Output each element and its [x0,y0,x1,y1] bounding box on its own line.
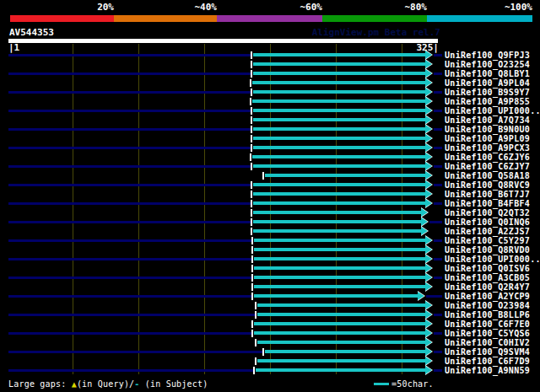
alignment-bar[interactable] [253,118,425,121]
alignment-bar[interactable] [253,183,425,186]
alignment-start-tick [251,228,252,235]
hit-label[interactable]: UniRef100_A9P855 [445,97,530,106]
alignment-bar[interactable] [257,359,425,362]
alignment-start-tick [250,153,251,161]
alignment-start-tick [255,311,256,319]
alignment-bar[interactable] [265,174,425,177]
alignment-bar[interactable] [253,201,425,205]
hit-label[interactable]: UniRef100_UPI000.. [445,255,540,264]
scale-label: ~80% [359,3,427,13]
alignment-bar[interactable] [254,285,425,288]
hit-label[interactable]: UniRef100_Q2R4Y7 [445,282,530,292]
hit-label[interactable]: UniRef100_A3CB05 [445,273,530,282]
hit-label[interactable]: UniRef100_Q2QT32 [445,208,530,217]
hit-label[interactable]: UniRef100_B9S9Y7 [445,88,530,97]
arrowhead-icon [425,366,432,374]
hit-label[interactable]: UniRef100_O23254 [445,60,530,69]
alignment-bar[interactable] [257,341,425,344]
arrowhead-icon [421,208,428,217]
alignment-bar[interactable] [253,62,425,66]
alignment-start-tick [251,218,252,226]
alignment-start-tick [251,163,252,170]
hit-label[interactable]: UniRef100_B8LLP6 [445,310,530,320]
arrowhead-icon [425,199,432,207]
arrowhead-icon [425,236,432,244]
alignment-bar[interactable] [265,350,425,353]
alignment-bar[interactable] [253,164,425,168]
alignment-bar[interactable] [254,294,418,298]
hit-label[interactable]: UniRef100_C5Y297 [445,236,530,245]
hit-label[interactable]: UniRef100_Q8LBY1 [445,69,530,78]
alignment-bar[interactable] [253,137,425,140]
hit-label[interactable]: UniRef100_C0HIV2 [445,338,530,347]
arrowhead-icon [425,264,432,272]
watermark: AlignView.pm Beta rel.7 [312,28,440,38]
alignment-bar[interactable] [254,239,425,242]
arrowhead-icon [425,153,432,161]
unaligned-line-right [434,110,442,112]
hit-label[interactable]: UniRef100_Q58A18 [445,171,530,180]
hit-label[interactable]: UniRef100_B9N0U0 [445,125,530,134]
hit-label[interactable]: UniRef100_C6ZJY6 [445,153,530,162]
hit-label[interactable]: UniRef100_A2YCP9 [445,292,530,301]
hit-label[interactable]: UniRef100_A9NN59 [445,366,530,375]
alignment-bar[interactable] [254,331,425,335]
unaligned-line-right [434,147,442,149]
unaligned-line-left [8,72,251,75]
hit-label[interactable]: UniRef100_A7Q734 [445,115,530,125]
alignment-bar[interactable] [254,276,425,279]
alignment-bar[interactable] [257,303,425,307]
alignment-bar[interactable] [257,313,425,316]
alignment-start-tick [251,135,252,142]
alignment-start-tick [251,126,252,133]
alignment-start-tick [251,51,252,59]
hit-label[interactable]: UniRef100_C6F7E0 [445,320,530,329]
arrowhead-icon [425,106,432,115]
alignment-bar[interactable] [252,99,425,103]
alignment-bar[interactable] [254,248,425,251]
alignment-bar[interactable] [253,109,425,112]
alignment-start-tick [250,79,251,87]
alignment-bar[interactable] [254,266,425,270]
hit-label[interactable]: UniRef100_Q9FPJ3 [445,51,530,60]
alignment-bar[interactable] [253,146,425,149]
hit-label[interactable]: UniRef100_Q9SVM4 [445,347,530,357]
alignment-bar[interactable] [252,155,425,158]
alignment-start-tick [251,283,253,291]
alignment-bar[interactable] [253,127,425,131]
unaligned-line-left [8,91,251,94]
alignment-bar[interactable] [253,53,425,56]
query-bar [8,39,438,43]
hit-label[interactable]: UniRef100_Q8RVC9 [445,180,530,190]
alignment-bar[interactable] [253,90,425,94]
alignment-bar[interactable] [253,211,421,214]
alignment-bar[interactable] [254,322,425,325]
hit-label[interactable]: UniRef100_C5YQS6 [445,329,530,338]
hit-label[interactable]: UniRef100_A9PL09 [445,134,530,143]
hit-label[interactable]: UniRef100_B4FBF4 [445,199,530,208]
hit-label[interactable]: UniRef100_Q0ISV6 [445,264,530,273]
hit-label[interactable]: UniRef100_B6T7J7 [445,190,530,199]
hit-label[interactable]: UniRef100_A9PL04 [445,78,530,88]
alignment-start-tick [251,181,252,189]
alignment-bar[interactable] [253,72,425,75]
hit-label[interactable]: UniRef100_A9PCX3 [445,143,530,153]
alignment-bar[interactable] [253,192,425,196]
hit-label[interactable]: UniRef100_O23984 [445,301,530,310]
hit-label[interactable]: UniRef100_C6F7D9 [445,357,530,366]
alignment-start-tick [251,200,252,207]
alignment-bar[interactable] [256,368,425,372]
alignment-bar[interactable] [253,229,421,233]
hit-label[interactable]: UniRef100_C6ZJY7 [445,162,530,171]
alignment-bar[interactable] [254,257,425,260]
unaligned-line-left [8,128,251,131]
hit-label[interactable]: UniRef100_Q8RVD0 [445,245,530,255]
hit-label[interactable]: UniRef100_A2ZJS7 [445,227,530,236]
hit-label[interactable]: UniRef100_UPI000.. [445,106,540,115]
arrowhead-icon [425,320,432,328]
scale-rule-icon [374,383,389,385]
hit-label[interactable]: UniRef100_Q0INQ6 [445,217,530,227]
unaligned-line-right [426,295,442,298]
alignment-bar[interactable] [252,81,425,84]
alignment-bar[interactable] [253,220,421,223]
